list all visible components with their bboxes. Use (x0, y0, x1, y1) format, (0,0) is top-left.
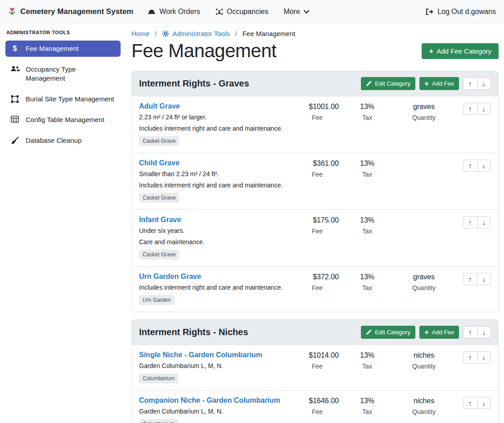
add-fee-category-button[interactable]: + Add Fee Category (422, 43, 499, 59)
fee-category-card: Interment Rights - Niches Edit Category … (131, 319, 499, 423)
fee-amount-column: $372.00 Fee (296, 273, 339, 291)
move-category-down-button[interactable]: ↓ (477, 326, 491, 338)
fee-reorder-group: ↑ ↓ (463, 103, 491, 115)
breadcrumb-separator: / (235, 30, 237, 37)
fee-description: 2.23 m² / 24 ft² or larger. (139, 114, 291, 121)
fee-reorder-group: ↑ ↓ (463, 397, 491, 409)
fee-row: Single Niche - Garden Columbarium Garden… (132, 345, 498, 390)
broom-icon (10, 136, 20, 145)
sidebar-item-occupancy-type-management[interactable]: Occupancy Type Management (5, 61, 121, 86)
fee-quantity-unit: graves (397, 103, 450, 111)
arrow-up-icon: ↑ (468, 329, 472, 336)
move-fee-up-button[interactable]: ↑ (463, 216, 477, 228)
fee-type-badge: Columbarium (139, 419, 178, 423)
arrow-down-icon: ↓ (482, 219, 486, 226)
fee-name-link[interactable]: Child Grave (139, 159, 180, 167)
nav-logout[interactable]: Log Out d.gowans (425, 8, 496, 16)
fee-tax: 13% (348, 216, 387, 224)
fee-tax-column: 13% Tax (348, 216, 387, 235)
fee-tax-label: Tax (348, 284, 387, 291)
move-fee-up-button[interactable]: ↑ (463, 103, 477, 115)
move-fee-up-button[interactable]: ↑ (463, 159, 477, 172)
nav-occupancies[interactable]: Occupancies (216, 8, 269, 16)
fee-amount-column: $1014.00 Fee (296, 351, 339, 370)
move-fee-down-button[interactable]: ↓ (477, 273, 491, 285)
add-fee-button[interactable]: + Add Fee (419, 326, 459, 339)
move-fee-down-button[interactable]: ↓ (477, 397, 491, 409)
fee-amount: $361.00 (296, 159, 339, 168)
fee-type-badge: Urn Garden (139, 295, 175, 305)
breadcrumb-admin-tools-label: Administrator Tools (172, 30, 230, 37)
fee-quantity-label: Quantity (397, 114, 450, 121)
app-title: Cemetery Management System (20, 7, 133, 16)
move-fee-down-button[interactable]: ↓ (477, 103, 491, 115)
fee-amount-label: Fee (296, 227, 339, 235)
fee-row: Child Grave Smaller than 2.23 m² / 24 ft… (132, 153, 498, 209)
sidebar-item-label: Config Table Management (26, 115, 104, 124)
fee-quantity-unit: graves (397, 273, 450, 281)
fee-amount-label: Fee (296, 408, 339, 415)
move-category-up-button[interactable]: ↑ (463, 77, 477, 90)
breadcrumb-home-link[interactable]: Home (131, 30, 149, 37)
fee-tax-label: Tax (348, 227, 387, 235)
move-fee-up-button[interactable]: ↑ (463, 397, 477, 409)
category-header: Interment Rights - Niches Edit Category … (132, 320, 498, 345)
move-category-up-button[interactable]: ↑ (463, 326, 477, 338)
fee-amount-label: Fee (296, 171, 339, 178)
fee-descriptions: Garden Columbarium L, M, N. (139, 362, 291, 369)
fee-main: Urn Garden Grave Includes interment righ… (139, 273, 296, 305)
page-title: Fee Management (131, 40, 276, 62)
fee-type-badge: Columbarium (139, 373, 178, 383)
arrow-down-icon: ↓ (482, 329, 486, 336)
fee-amount-column: $175.00 Fee (296, 216, 339, 235)
add-fee-button[interactable]: + Add Fee (419, 77, 459, 90)
sidebar-item-fee-management[interactable]: $ Fee Management (5, 41, 121, 57)
arrow-up-icon: ↑ (468, 105, 472, 112)
fee-quantity-column: niches Quantity (397, 397, 450, 415)
edit-category-button[interactable]: Edit Category (361, 326, 415, 339)
gear-icon (162, 30, 169, 37)
fee-name-link[interactable]: Single Niche - Garden Columbarium (139, 351, 262, 359)
fee-amount-column: $1001.00 Fee (296, 103, 339, 121)
arrow-up-icon: ↑ (468, 219, 472, 226)
move-fee-down-button[interactable]: ↓ (477, 351, 491, 364)
arrow-up-icon: ↑ (468, 80, 472, 87)
fee-reorder-group: ↑ ↓ (463, 216, 491, 228)
fee-name-link[interactable]: Companion Niche - Garden Columbarium (139, 396, 280, 405)
fee-description: Includes interment right and care and ma… (139, 284, 291, 291)
sidebar-item-burial-site-type-management[interactable]: Burial Site Type Management (5, 91, 121, 107)
fee-tax-label: Tax (348, 171, 387, 178)
category-actions: Edit Category + Add Fee ↑ ↓ (361, 326, 491, 339)
fee-name-link[interactable]: Adult Grave (139, 102, 180, 110)
breadcrumb-separator: / (155, 30, 157, 37)
fee-type-badge: Casket Grave (139, 250, 179, 259)
page-header: Fee Management + Add Fee Category (131, 40, 499, 62)
nav-more[interactable]: More (284, 8, 309, 16)
move-category-down-button[interactable]: ↓ (477, 77, 491, 90)
sidebar-item-label: Occupancy Type Management (26, 65, 116, 83)
breadcrumb-admin-tools-link[interactable]: Administrator Tools (162, 30, 230, 37)
move-fee-down-button[interactable]: ↓ (477, 216, 491, 228)
nav-occupancies-label: Occupancies (227, 8, 269, 16)
fee-row: Adult Grave 2.23 m² / 24 ft² or larger.I… (132, 96, 498, 153)
sidebar-item-config-table-management[interactable]: Config Table Management (5, 112, 121, 128)
fee-amount: $1646.00 (296, 397, 339, 405)
move-fee-up-button[interactable]: ↑ (463, 273, 477, 285)
plus-icon: + (424, 329, 429, 335)
nav-work-orders[interactable]: Work Orders (148, 8, 200, 16)
fee-amount-label: Fee (296, 284, 339, 291)
fee-amount-label: Fee (296, 363, 339, 370)
app-brand[interactable]: Cemetery Management System (8, 7, 133, 16)
fee-quantity-label: Quantity (397, 408, 450, 415)
fee-name-link[interactable]: Urn Garden Grave (139, 273, 201, 281)
vector-square-icon (10, 95, 20, 103)
move-fee-up-button[interactable]: ↑ (463, 351, 477, 364)
fee-descriptions: Includes interment right and care and ma… (139, 284, 291, 291)
fee-tax: 13% (348, 397, 387, 405)
edit-category-button[interactable]: Edit Category (361, 77, 415, 90)
fee-main: Adult Grave 2.23 m² / 24 ft² or larger.I… (139, 102, 296, 146)
occupancies-icon (216, 8, 223, 15)
sidebar-item-database-cleanup[interactable]: Database Cleanup (5, 132, 121, 149)
fee-name-link[interactable]: Infant Grave (139, 216, 181, 224)
move-fee-down-button[interactable]: ↓ (477, 159, 491, 172)
